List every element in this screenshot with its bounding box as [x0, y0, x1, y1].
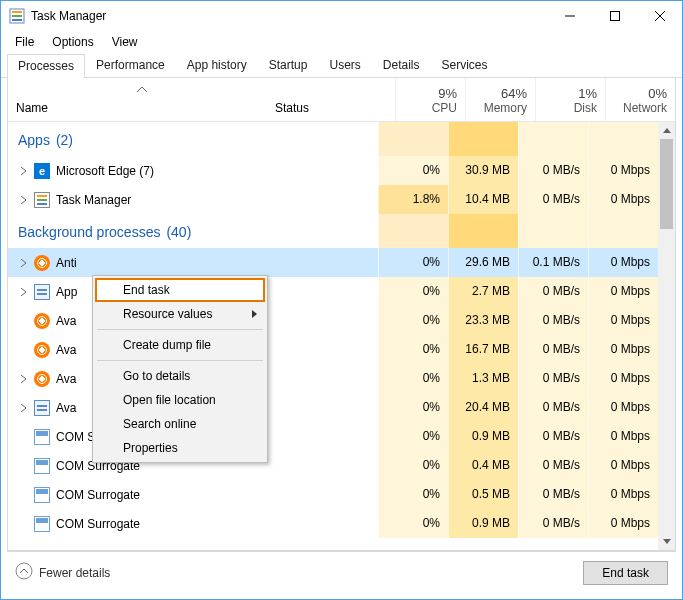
ctx-resource-values[interactable]: Resource values — [95, 302, 265, 326]
tab-details[interactable]: Details — [372, 53, 431, 77]
network-cell: 0 Mbps — [588, 248, 658, 277]
group-header-row: Background processes (40) — [8, 214, 658, 248]
disk-cell: 0 MB/s — [518, 509, 588, 538]
expand-icon[interactable] — [18, 404, 28, 412]
col-name-label: Name — [16, 101, 48, 115]
group-label: Background processes — [18, 224, 160, 240]
vertical-scrollbar[interactable] — [658, 122, 675, 550]
cpu-cell: 0% — [378, 156, 448, 185]
cpu-cell: 0% — [378, 509, 448, 538]
process-name: Ava — [56, 401, 76, 415]
disk-cell: 0 MB/s — [518, 393, 588, 422]
disk-cell: 0 MB/s — [518, 451, 588, 480]
network-cell: 0 Mbps — [588, 509, 658, 538]
tab-users[interactable]: Users — [318, 53, 371, 77]
ctx-end-task[interactable]: End task — [95, 278, 265, 302]
network-cell: 0 Mbps — [588, 451, 658, 480]
ctx-search-online[interactable]: Search online — [95, 412, 265, 436]
expand-icon[interactable] — [18, 259, 28, 267]
tab-performance[interactable]: Performance — [85, 53, 176, 77]
expand-icon[interactable] — [18, 196, 28, 204]
maximize-button[interactable] — [592, 1, 637, 31]
avast-icon — [34, 255, 50, 271]
tab-processes[interactable]: Processes — [7, 54, 85, 78]
process-row[interactable]: COM Surrogate0%0.9 MB0 MB/s0 Mbps — [8, 509, 658, 538]
process-name: Ava — [56, 372, 76, 386]
memory-cell: 23.3 MB — [448, 306, 518, 335]
expand-icon[interactable] — [18, 288, 28, 296]
col-name[interactable]: Name — [8, 78, 275, 121]
process-row[interactable]: COM Surrogate0%0.5 MB0 MB/s0 Mbps — [8, 480, 658, 509]
group-label: Apps — [18, 132, 50, 148]
end-task-button[interactable]: End task — [583, 561, 668, 585]
window-title: Task Manager — [31, 9, 547, 23]
disk-cell: 0 MB/s — [518, 185, 588, 214]
cpu-cell: 0% — [378, 422, 448, 451]
network-cell: 0 Mbps — [588, 185, 658, 214]
memory-cell: 30.9 MB — [448, 156, 518, 185]
network-cell: 0 Mbps — [588, 277, 658, 306]
network-cell: 0 Mbps — [588, 393, 658, 422]
expand-icon[interactable] — [18, 167, 28, 175]
menu-options[interactable]: Options — [44, 33, 101, 51]
memory-cell: 0.4 MB — [448, 451, 518, 480]
cpu-cell: 0% — [378, 480, 448, 509]
process-name: Ava — [56, 343, 76, 357]
svg-rect-5 — [610, 12, 619, 21]
tab-app-history[interactable]: App history — [176, 53, 258, 77]
memory-cell: 10.4 MB — [448, 185, 518, 214]
process-row[interactable]: Anti0%29.6 MB0.1 MB/s0 Mbps — [8, 248, 658, 277]
disk-cell: 0 MB/s — [518, 422, 588, 451]
ctx-open-file-location[interactable]: Open file location — [95, 388, 265, 412]
fewer-details-button[interactable]: Fewer details — [15, 562, 110, 583]
ctx-create-dump[interactable]: Create dump file — [95, 333, 265, 357]
col-memory[interactable]: 64% Memory — [465, 78, 535, 121]
process-row[interactable]: eMicrosoft Edge (7)0%30.9 MB0 MB/s0 Mbps — [8, 156, 658, 185]
com-surrogate-icon — [34, 429, 50, 445]
scroll-up-icon[interactable] — [658, 122, 675, 139]
cpu-cell: 0% — [378, 277, 448, 306]
minimize-button[interactable] — [547, 1, 592, 31]
com-surrogate-icon — [34, 487, 50, 503]
col-status[interactable]: Status — [275, 78, 395, 121]
disk-cell: 0.1 MB/s — [518, 248, 588, 277]
ctx-go-to-details[interactable]: Go to details — [95, 364, 265, 388]
cpu-cell: 0% — [378, 451, 448, 480]
memory-cell: 0.5 MB — [448, 480, 518, 509]
process-row[interactable]: Task Manager1.8%10.4 MB0 MB/s0 Mbps — [8, 185, 658, 214]
memory-cell: 29.6 MB — [448, 248, 518, 277]
ctx-properties[interactable]: Properties — [95, 436, 265, 460]
group-header-row: Apps (2) — [8, 122, 658, 156]
scroll-thumb[interactable] — [660, 139, 673, 229]
app-generic-icon — [34, 400, 50, 416]
memory-cell: 16.7 MB — [448, 335, 518, 364]
context-menu: End task Resource values Create dump fil… — [92, 275, 268, 463]
ctx-separator — [97, 360, 263, 361]
svg-rect-1 — [12, 11, 22, 13]
menu-file[interactable]: File — [7, 33, 42, 51]
scroll-track[interactable] — [658, 139, 675, 533]
col-network[interactable]: 0% Network — [605, 78, 675, 121]
menu-view[interactable]: View — [104, 33, 146, 51]
avast-icon — [34, 313, 50, 329]
col-cpu[interactable]: 9% CPU — [395, 78, 465, 121]
tab-services[interactable]: Services — [431, 53, 499, 77]
network-cell: 0 Mbps — [588, 364, 658, 393]
task-manager-icon — [34, 192, 50, 208]
memory-cell: 0.9 MB — [448, 509, 518, 538]
network-cell: 0 Mbps — [588, 422, 658, 451]
edge-icon: e — [34, 163, 50, 179]
process-name: Anti — [56, 256, 77, 270]
scroll-down-icon[interactable] — [658, 533, 675, 550]
close-button[interactable] — [637, 1, 682, 31]
window-controls — [547, 1, 682, 31]
process-name: App — [56, 285, 77, 299]
tab-startup[interactable]: Startup — [258, 53, 319, 77]
expand-icon[interactable] — [18, 375, 28, 383]
svg-rect-2 — [12, 15, 22, 17]
col-disk[interactable]: 1% Disk — [535, 78, 605, 121]
group-count: (2) — [56, 132, 73, 148]
chevron-up-circle-icon — [15, 562, 33, 583]
process-name: COM Surrogate — [56, 517, 140, 531]
disk-cell: 0 MB/s — [518, 364, 588, 393]
